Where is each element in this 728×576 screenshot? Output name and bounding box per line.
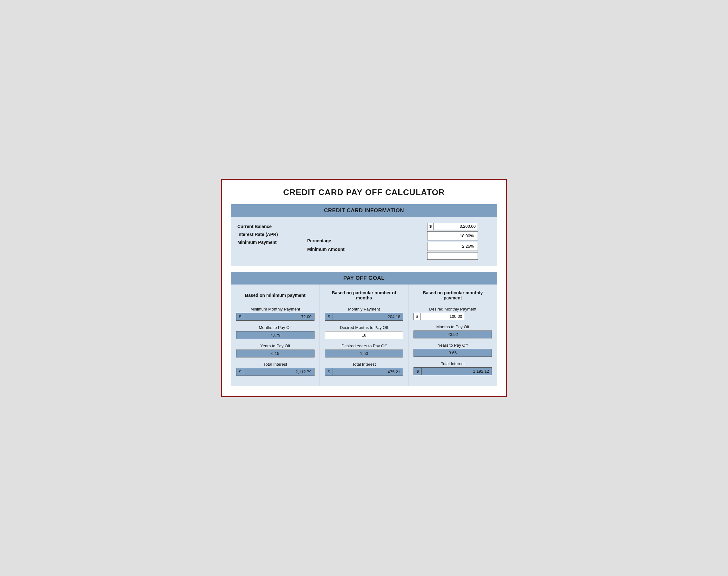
credit-info-header: CREDIT CARD INFORMATION	[231, 204, 497, 217]
col3-dollar-1: $	[414, 313, 420, 320]
payoff-columns: Based on minimum payment Minimum Monthly…	[231, 285, 497, 386]
col3-label-3: Years to Pay Off	[414, 343, 492, 348]
current-balance-label: Current Balance	[237, 223, 307, 231]
col1-value-4: $ 2,112.79	[236, 368, 314, 376]
col2-dollar-4: $	[325, 368, 333, 376]
payoff-col-2: Based on particular number of months Mon…	[320, 285, 409, 386]
fields-column: $ 3,200.00 18.00% 2.25%	[427, 223, 491, 260]
col2-value-1: $ 204.18	[325, 313, 403, 321]
col3-val-4: 1,192.12	[422, 368, 492, 375]
col3-dollar-4: $	[414, 368, 421, 375]
col2-label-4: Total Interest	[325, 362, 403, 367]
percentage-field[interactable]: 2.25%	[427, 242, 478, 251]
col2-field-1: Monthly Payment $ 204.18	[325, 307, 403, 321]
col3-field-4: Total Interest $ 1,192.12	[414, 361, 492, 375]
col2-val-1: 204.18	[333, 313, 403, 320]
col2-label-3: Desired Years to Pay Off	[325, 344, 403, 348]
col1-field-2: Months to Pay Off 73.79	[236, 325, 314, 339]
col1-dollar-1: $	[236, 313, 244, 320]
labels-column: Current Balance Interest Rate (APR) Mini…	[237, 223, 307, 247]
col3-label-2: Months to Pay Off	[414, 324, 492, 329]
interest-rate-value: 18.00%	[429, 232, 476, 239]
percentage-value: 2.25%	[429, 243, 476, 250]
col2-label-2: Desired Months to Pay Off	[325, 325, 403, 330]
col1-val-4: 2,112.79	[244, 368, 314, 376]
payoff-col-1: Based on minimum payment Minimum Monthly…	[231, 285, 320, 386]
col1-dollar-4: $	[236, 368, 244, 376]
col1-val-2: 73.79	[236, 331, 314, 339]
col3-title: Based on particular monthly payment	[414, 289, 492, 301]
minimum-payment-label: Minimum Payment	[237, 238, 307, 247]
col1-label-1: Minimum Monthly Payment	[236, 307, 314, 312]
dollar-sign-balance: $	[427, 223, 434, 230]
col1-val-3: 6.15	[236, 349, 314, 357]
percentage-label: Percentage	[307, 237, 427, 245]
col2-val-4: 475.21	[333, 368, 403, 376]
col2-label-1: Monthly Payment	[325, 307, 403, 312]
col3-value-4: $ 1,192.12	[414, 367, 492, 375]
current-balance-value: 3,200.00	[434, 223, 478, 230]
col3-val-2: 43.92	[414, 330, 492, 339]
payoff-col-3: Based on particular monthly payment Desi…	[409, 285, 497, 386]
col3-val-1: 100.00	[420, 313, 464, 320]
col1-val-1: 72.00	[244, 313, 314, 320]
payoff-goal-header: PAY OFF GOAL	[231, 272, 497, 285]
col1-field-1: Minimum Monthly Payment $ 72.00	[236, 307, 314, 321]
col1-field-3: Years to Pay Off 6.15	[236, 344, 314, 357]
minimum-amount-field[interactable]	[427, 252, 478, 260]
col1-label-2: Months to Pay Off	[236, 325, 314, 330]
payoff-goal-section: PAY OFF GOAL Based on minimum payment Mi…	[231, 272, 497, 386]
col3-field-2: Months to Pay Off 43.92	[414, 324, 492, 339]
col1-label-3: Years to Pay Off	[236, 344, 314, 348]
col3-label-1: Desired Monthly Payment	[414, 307, 492, 312]
minimum-amount-label: Minimum Amount	[307, 245, 427, 254]
middle-labels-column: Percentage Minimum Amount	[307, 223, 427, 253]
col2-val-2[interactable]: 18	[325, 331, 403, 339]
col3-value-1[interactable]: $ 100.00	[414, 313, 464, 320]
interest-rate-field[interactable]: 18.00%	[427, 231, 478, 240]
col1-value-1: $ 72.00	[236, 313, 314, 321]
current-balance-field[interactable]: $ 3,200.00	[427, 223, 478, 230]
col1-field-4: Total Interest $ 2,112.79	[236, 362, 314, 376]
col2-title: Based on particular number of months	[325, 289, 403, 301]
credit-info-section: CREDIT CARD INFORMATION Current Balance …	[231, 204, 497, 266]
col2-field-4: Total Interest $ 475.21	[325, 362, 403, 376]
col1-title: Based on minimum payment	[236, 289, 314, 301]
col3-field-3: Years to Pay Off 3.66	[414, 343, 492, 357]
col3-field-1: Desired Monthly Payment $ 100.00	[414, 307, 492, 320]
col1-label-4: Total Interest	[236, 362, 314, 367]
minimum-amount-value	[429, 255, 476, 257]
calculator-container: CREDIT CARD PAY OFF CALCULATOR CREDIT CA…	[221, 179, 507, 397]
col2-field-2: Desired Months to Pay Off 18	[325, 325, 403, 339]
col3-val-3: 3.66	[414, 349, 492, 357]
col2-value-4: $ 475.21	[325, 368, 403, 376]
interest-rate-label: Interest Rate (APR)	[237, 231, 307, 238]
col2-field-3: Desired Years to Pay Off 1.50	[325, 344, 403, 357]
col3-label-4: Total Interest	[414, 361, 492, 366]
col2-val-3: 1.50	[325, 349, 403, 357]
col2-dollar-1: $	[325, 313, 333, 320]
main-title: CREDIT CARD PAY OFF CALCULATOR	[231, 188, 497, 197]
